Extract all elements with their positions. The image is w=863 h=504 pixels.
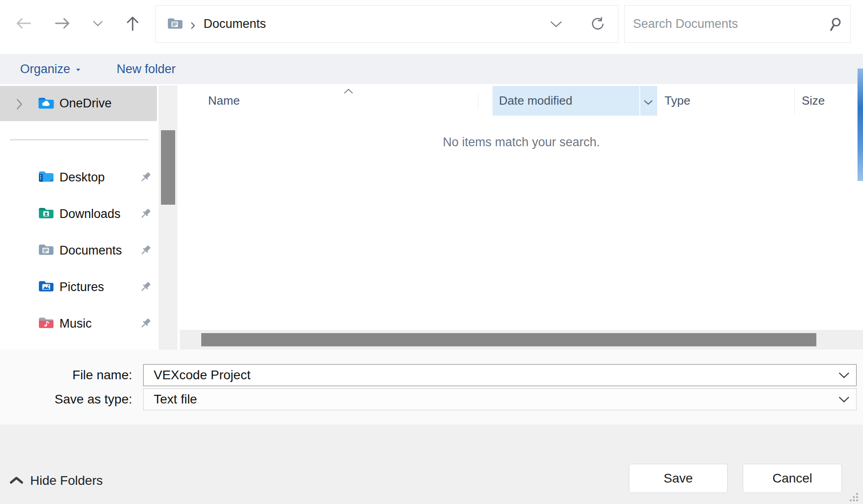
sidebar-item-onedrive[interactable]: OneDrive [0, 86, 157, 121]
pin-icon [139, 170, 152, 186]
music-folder-icon [38, 317, 54, 331]
save-as-dialog: Documents Organize New folder [0, 0, 863, 504]
location-folder-icon [167, 17, 183, 32]
organize-button[interactable]: Organize [20, 54, 81, 84]
sidebar-item-downloads[interactable]: Downloads [0, 201, 158, 227]
sidebar-divider [10, 139, 149, 140]
organize-label: Organize [20, 62, 70, 76]
save-as-type-value: Text file [154, 392, 197, 407]
sidebar-scrollbar-thumb[interactable] [161, 130, 175, 205]
downloads-folder-icon [38, 207, 54, 222]
file-list-area: Name Date modified Type Size No items ma… [180, 84, 863, 350]
background-window-edge [858, 69, 863, 181]
sidebar-item-music[interactable]: Music [0, 311, 158, 336]
column-header-date-modified[interactable]: Date modified [493, 86, 657, 116]
navigation-bar: Documents [0, 0, 863, 48]
save-button[interactable]: Save [629, 464, 728, 493]
sidebar-item-label: Downloads [59, 201, 121, 227]
save-as-type-label: Save as type: [0, 388, 132, 410]
horizontal-scrollbar-thumb[interactable] [201, 333, 816, 346]
pin-icon [139, 317, 152, 332]
sidebar-item-label: OneDrive [59, 96, 112, 111]
sidebar-item-label: Pictures [59, 274, 104, 300]
hide-folders-label: Hide Folders [30, 473, 103, 488]
onedrive-folder-icon [38, 97, 54, 112]
command-bar: Organize New folder ? [0, 54, 863, 84]
save-as-type-dropdown-icon[interactable] [838, 396, 850, 404]
back-arrow-icon [15, 16, 32, 32]
empty-list-message: No items match your search. [180, 135, 863, 149]
sidebar-item-documents[interactable]: Documents [0, 238, 158, 263]
documents-folder-icon [38, 244, 54, 258]
column-header-row: Name Date modified Type Size [180, 86, 863, 116]
sidebar-item-label: Music [59, 311, 92, 336]
sort-ascending-icon [343, 87, 354, 95]
column-header-name[interactable]: Name [208, 86, 240, 116]
caret-down-icon [76, 69, 80, 71]
address-dropdown-icon[interactable] [550, 21, 562, 29]
breadcrumb[interactable]: Documents [204, 5, 266, 42]
filter-chevron-icon[interactable] [643, 99, 653, 107]
file-name-dropdown-icon[interactable] [838, 372, 850, 380]
chevron-down-icon [93, 20, 103, 28]
back-button[interactable] [13, 0, 34, 48]
file-name-label: File name: [0, 364, 132, 386]
save-as-type-select[interactable]: Text file [143, 388, 857, 410]
horizontal-scrollbar[interactable] [180, 330, 863, 350]
column-header-size[interactable]: Size [802, 86, 825, 116]
search-input[interactable] [625, 5, 850, 42]
pin-icon [139, 280, 152, 296]
expand-chevron-icon[interactable] [15, 98, 23, 112]
navigation-pane: OneDrive Desktop Downloads [0, 84, 158, 350]
resize-grip[interactable] [849, 492, 859, 504]
sidebar-item-label: Documents [59, 238, 122, 263]
address-bar[interactable]: Documents [155, 5, 618, 43]
chevron-up-icon [9, 473, 24, 488]
cancel-button[interactable]: Cancel [743, 464, 842, 493]
new-folder-button[interactable]: New folder [117, 54, 176, 84]
forward-button[interactable] [52, 0, 73, 48]
column-divider [639, 86, 640, 116]
column-header-label: Date modified [499, 86, 572, 116]
file-fields-panel: File name: Save as type: Text file [0, 350, 863, 424]
sidebar-item-pictures[interactable]: Pictures [0, 274, 158, 300]
pictures-folder-icon [38, 280, 54, 295]
up-arrow-icon [125, 15, 140, 34]
forward-arrow-icon [54, 16, 71, 32]
refresh-icon[interactable] [590, 16, 606, 34]
hide-folders-button[interactable]: Hide Folders [9, 470, 103, 491]
pin-icon [139, 207, 152, 223]
sidebar-item-desktop[interactable]: Desktop [0, 164, 158, 190]
sidebar-item-label: Desktop [59, 164, 105, 190]
sidebar-scrollbar[interactable] [159, 85, 177, 350]
column-header-type[interactable]: Type [665, 86, 690, 116]
new-folder-label: New folder [117, 62, 176, 76]
file-name-input[interactable] [143, 364, 857, 386]
search-icon[interactable] [827, 16, 843, 34]
recent-locations-button[interactable] [91, 0, 105, 48]
breadcrumb-separator-icon [191, 22, 195, 31]
desktop-folder-icon [38, 170, 54, 185]
column-divider [794, 88, 795, 114]
pin-icon [139, 244, 152, 259]
search-box [624, 5, 851, 43]
column-divider [478, 94, 478, 109]
up-button[interactable] [123, 0, 143, 48]
dialog-footer: Hide Folders Save Cancel [0, 424, 863, 504]
